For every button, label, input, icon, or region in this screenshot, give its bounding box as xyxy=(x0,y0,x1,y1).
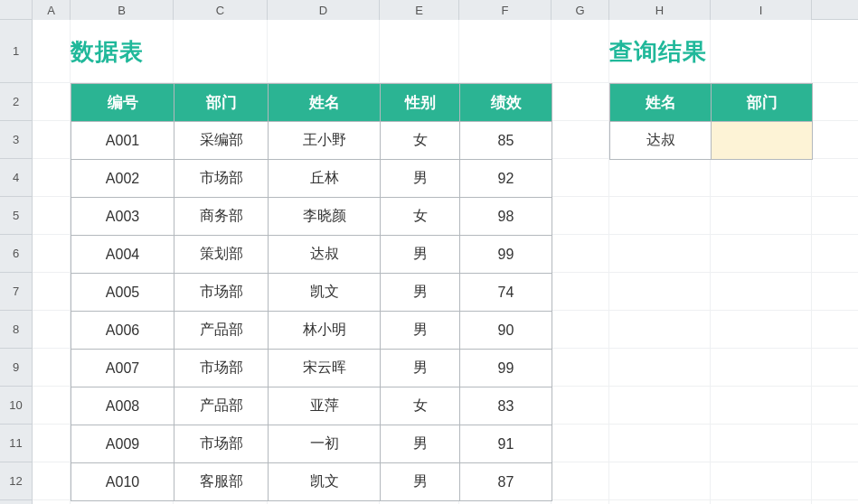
data-table[interactable]: 编号部门姓名性别绩效A001采编部王小野女85A002市场部丘林男92A003商… xyxy=(71,83,552,501)
col-head-F[interactable]: F xyxy=(459,0,552,20)
row-head-4[interactable]: 4 xyxy=(0,159,32,197)
row-head-8[interactable]: 8 xyxy=(0,311,32,349)
data-cell[interactable]: 市场部 xyxy=(174,425,269,463)
data-cell[interactable]: 92 xyxy=(460,160,552,198)
row-head-3[interactable]: 3 xyxy=(0,121,32,159)
data-cell[interactable]: A007 xyxy=(71,350,174,387)
data-cell[interactable]: 男 xyxy=(381,350,460,387)
table-row: A008产品部亚萍女83 xyxy=(71,387,552,425)
data-cell[interactable]: A002 xyxy=(71,160,174,198)
table-row: A002市场部丘林男92 xyxy=(71,160,552,198)
cell-grid[interactable]: 数据表查询结果编号部门姓名性别绩效A001采编部王小野女85A002市场部丘林男… xyxy=(33,20,858,504)
data-cell[interactable]: 一初 xyxy=(269,425,381,463)
data-cell[interactable]: 市场部 xyxy=(174,160,269,198)
row-head-6[interactable]: 6 xyxy=(0,235,32,273)
data-cell[interactable]: 男 xyxy=(381,463,460,501)
data-cell[interactable]: 产品部 xyxy=(174,387,269,425)
data-cell[interactable]: 87 xyxy=(460,463,552,501)
data-cell[interactable]: 99 xyxy=(460,236,552,274)
select-all-corner[interactable] xyxy=(0,0,33,20)
data-cell[interactable]: 91 xyxy=(460,425,552,463)
data-cell[interactable]: 产品部 xyxy=(174,312,269,350)
col-head-I[interactable]: I xyxy=(711,0,812,20)
table-row: A009市场部一初男91 xyxy=(71,425,552,463)
data-cell[interactable]: 83 xyxy=(460,387,552,425)
data-cell[interactable]: 98 xyxy=(460,198,552,236)
data-cell[interactable]: 男 xyxy=(381,425,460,463)
data-cell[interactable]: 市场部 xyxy=(174,274,269,312)
data-cell[interactable]: A001 xyxy=(71,122,174,160)
column-headers: ABCDEFGHI xyxy=(0,0,858,20)
row-head-9[interactable]: 9 xyxy=(0,349,32,387)
row-head-10[interactable]: 10 xyxy=(0,387,32,425)
table-row: A001采编部王小野女85 xyxy=(71,122,552,160)
col-head-B[interactable]: B xyxy=(71,0,174,20)
query-table[interactable]: 姓名部门达叔 xyxy=(609,83,813,160)
data-cell[interactable]: 男 xyxy=(381,236,460,274)
row-head-7[interactable]: 7 xyxy=(0,273,32,311)
table-row: A004策划部达叔男99 xyxy=(71,236,552,274)
query-header-row: 姓名部门 xyxy=(610,84,813,122)
data-cell[interactable]: 市场部 xyxy=(174,350,269,387)
table-row: 达叔 xyxy=(610,122,813,160)
data-header-cell[interactable]: 性别 xyxy=(381,84,460,122)
data-cell[interactable]: 李晓颜 xyxy=(269,198,381,236)
data-cell[interactable]: 亚萍 xyxy=(269,387,381,425)
data-cell[interactable]: 客服部 xyxy=(174,463,269,501)
data-header-cell[interactable]: 编号 xyxy=(71,84,174,122)
table-row: A005市场部凯文男74 xyxy=(71,274,552,312)
col-head-D[interactable]: D xyxy=(268,0,380,20)
data-cell[interactable]: 女 xyxy=(381,198,460,236)
data-table-header-row: 编号部门姓名性别绩效 xyxy=(71,84,552,122)
table-row: A003商务部李晓颜女98 xyxy=(71,198,552,236)
row-head-5[interactable]: 5 xyxy=(0,197,32,235)
data-cell[interactable]: 采编部 xyxy=(174,122,269,160)
query-header-cell[interactable]: 部门 xyxy=(712,84,813,122)
data-cell[interactable]: A008 xyxy=(71,387,174,425)
data-cell[interactable]: A005 xyxy=(71,274,174,312)
row-head-11[interactable]: 11 xyxy=(0,425,32,462)
data-cell[interactable]: 策划部 xyxy=(174,236,269,274)
data-cell[interactable]: 男 xyxy=(381,274,460,312)
col-head-C[interactable]: C xyxy=(174,0,268,20)
row-head-12[interactable]: 12 xyxy=(0,462,32,500)
data-cell[interactable]: 丘林 xyxy=(269,160,381,198)
data-cell[interactable]: 男 xyxy=(381,160,460,198)
data-cell[interactable]: A006 xyxy=(71,312,174,350)
data-cell[interactable]: 达叔 xyxy=(269,236,381,274)
data-cell[interactable]: 林小明 xyxy=(269,312,381,350)
row-headers: 123456789101112 xyxy=(0,20,33,504)
query-dept-cell[interactable] xyxy=(712,122,813,160)
data-cell[interactable]: 王小野 xyxy=(269,122,381,160)
data-cell[interactable]: 女 xyxy=(381,387,460,425)
col-head-H[interactable]: H xyxy=(609,0,711,20)
spreadsheet: ABCDEFGHI 123456789101112 数据表查询结果编号部门姓名性… xyxy=(0,0,858,504)
col-head-G[interactable]: G xyxy=(552,0,609,20)
col-head-E[interactable]: E xyxy=(380,0,459,20)
query-header-cell[interactable]: 姓名 xyxy=(610,84,712,122)
data-cell[interactable]: A003 xyxy=(71,198,174,236)
data-cell[interactable]: A010 xyxy=(71,463,174,501)
data-cell[interactable]: 74 xyxy=(460,274,552,312)
table-row: A006产品部林小明男90 xyxy=(71,312,552,350)
row-head-1[interactable]: 1 xyxy=(0,20,32,83)
data-header-cell[interactable]: 绩效 xyxy=(460,84,552,122)
col-head-A[interactable]: A xyxy=(33,0,71,20)
data-cell[interactable]: 99 xyxy=(460,350,552,387)
main-title: 数据表 xyxy=(71,36,144,68)
data-header-cell[interactable]: 部门 xyxy=(174,84,269,122)
data-cell[interactable]: A009 xyxy=(71,425,174,463)
data-cell[interactable]: 凯文 xyxy=(269,274,381,312)
data-cell[interactable]: 女 xyxy=(381,122,460,160)
data-header-cell[interactable]: 姓名 xyxy=(269,84,381,122)
data-cell[interactable]: 商务部 xyxy=(174,198,269,236)
data-cell[interactable]: 男 xyxy=(381,312,460,350)
data-cell[interactable]: A004 xyxy=(71,236,174,274)
body-area: 123456789101112 数据表查询结果编号部门姓名性别绩效A001采编部… xyxy=(0,20,858,504)
data-cell[interactable]: 宋云晖 xyxy=(269,350,381,387)
data-cell[interactable]: 凯文 xyxy=(269,463,381,501)
row-head-2[interactable]: 2 xyxy=(0,83,32,121)
data-cell[interactable]: 90 xyxy=(460,312,552,350)
query-name-cell[interactable]: 达叔 xyxy=(610,122,712,160)
data-cell[interactable]: 85 xyxy=(460,122,552,160)
